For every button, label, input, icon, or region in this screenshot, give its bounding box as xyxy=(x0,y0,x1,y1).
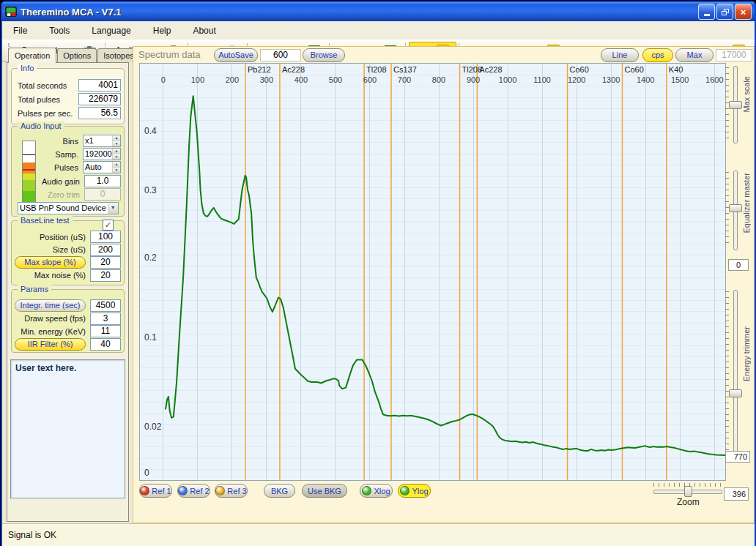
draw-speed-fps-value[interactable]: 3 xyxy=(90,313,121,325)
ref-2-button[interactable]: Ref 2 xyxy=(177,484,210,498)
autosave-interval-input[interactable]: 600 xyxy=(260,49,301,61)
left-panel: OperationOptionsIsotopes Info Total seco… xyxy=(7,46,129,522)
pulses-label: Pulses xyxy=(37,163,83,172)
ref-1-button[interactable]: Ref 1 xyxy=(139,484,172,498)
browse-button[interactable]: Browse xyxy=(303,48,345,62)
ref-1-label: Ref 1 xyxy=(152,487,171,495)
status-text: Signal is OK xyxy=(8,530,56,540)
spinner-icon[interactable]: ▲▼ xyxy=(112,135,120,146)
max-button[interactable]: Max xyxy=(675,48,714,62)
audio-gain-field[interactable]: 1.0 xyxy=(84,175,121,187)
tab-options[interactable]: Options xyxy=(57,48,97,62)
ref-3-label: Ref 3 xyxy=(227,487,246,495)
svg-text:500: 500 xyxy=(329,75,342,84)
svg-text:Pb212: Pb212 xyxy=(248,65,271,74)
spinner-icon[interactable]: ▲▼ xyxy=(112,149,120,160)
position-us-label: Position (uS) xyxy=(15,233,90,242)
svg-text:800: 800 xyxy=(432,75,445,84)
line-button[interactable]: Line xyxy=(601,48,639,62)
svg-text:200: 200 xyxy=(226,75,239,84)
ref-3-button[interactable]: Ref 3 xyxy=(215,484,248,498)
baseline-test-group: BaseLine test ✓ Position (uS)100Size (uS… xyxy=(11,220,125,285)
min-energy-kev-label: Min. energy (KeV) xyxy=(15,327,90,336)
svg-text:1600: 1600 xyxy=(705,75,723,84)
restore-button[interactable] xyxy=(716,4,733,20)
max-scale-value-input[interactable]: 17000 xyxy=(716,49,752,61)
minimize-button[interactable] xyxy=(698,4,715,20)
energy-trimmer-slider[interactable] xyxy=(733,290,738,455)
operation-tab-content: Info Total seconds4001Total pulses226079… xyxy=(7,62,129,522)
bins-select[interactable]: x1▲▼ xyxy=(83,135,121,147)
cps-button[interactable]: cps xyxy=(642,48,673,62)
menu-item-file[interactable]: File xyxy=(2,23,38,39)
use-bkg-button[interactable]: Use BKG xyxy=(302,484,347,498)
menu-item-help[interactable]: Help xyxy=(142,23,182,39)
params-group: Params Integr. time (sec)4500Draw speed … xyxy=(11,289,125,353)
svg-text:400: 400 xyxy=(294,75,308,84)
audio-input-group: Audio Input Bins x1▲▼ Samp. 192000▲▼ Pul… xyxy=(11,126,125,217)
integr-time-sec-button[interactable]: Integr. time (sec) xyxy=(15,299,86,312)
spinner-icon[interactable]: ▲▼ xyxy=(112,162,120,173)
iir-filter-button[interactable]: IIR Filter (%) xyxy=(15,338,86,351)
menu-item-language[interactable]: Language xyxy=(81,23,141,39)
close-button[interactable]: × xyxy=(735,4,752,20)
zero-trim-field: 0 xyxy=(84,188,121,201)
menu-item-tools[interactable]: Tools xyxy=(38,23,81,39)
zoom-thumb[interactable] xyxy=(684,486,692,497)
menu-item-about[interactable]: About xyxy=(182,23,226,39)
ball-icon xyxy=(362,486,371,495)
iir-filter-value[interactable]: 40 xyxy=(90,338,121,351)
dropdown-arrow-icon[interactable]: ▼ xyxy=(108,203,118,214)
pulses-select[interactable]: Auto▲▼ xyxy=(83,161,121,173)
info-label-total-pulses: Total pulses xyxy=(15,95,78,104)
status-bar: Signal is OK xyxy=(2,523,755,546)
xlog-button[interactable]: Xlog xyxy=(360,484,393,498)
spectrum-chart[interactable]: 0100200300400500600700800900100011001200… xyxy=(139,63,726,481)
samp-select[interactable]: 192000▲▼ xyxy=(83,148,121,160)
max-slope-button[interactable]: Max slope (%) xyxy=(15,256,86,269)
baseline-test-title: BaseLine test xyxy=(18,216,73,225)
zoom-value: 396 xyxy=(724,487,749,501)
bins-label: Bins xyxy=(37,137,83,146)
svg-text:Cs137: Cs137 xyxy=(393,65,417,74)
zoom-label: Zoom xyxy=(677,497,700,507)
tab-strip: OperationOptionsIsotopes xyxy=(8,46,141,62)
min-energy-kev-value[interactable]: 11 xyxy=(90,325,121,337)
baseline-test-checkbox[interactable]: ✓ xyxy=(103,220,114,231)
equalizer-master-thumb[interactable] xyxy=(729,204,742,212)
ball-icon xyxy=(178,486,188,495)
autosave-button[interactable]: AutoSave xyxy=(214,48,258,62)
svg-text:K40: K40 xyxy=(669,65,683,74)
integr-time-sec-value[interactable]: 4500 xyxy=(90,299,121,312)
bkg-label: BKG xyxy=(271,487,288,495)
audio-device-select[interactable]: USB PnP Sound Device ▼ xyxy=(18,202,119,214)
max-scale-thumb[interactable] xyxy=(729,101,742,109)
ylog-label: Ylog xyxy=(412,487,428,495)
bkg-button[interactable]: BKG xyxy=(264,484,295,498)
screen: Theremino MCA - V7.1 × FileToolsLanguage… xyxy=(0,0,756,546)
ball-icon xyxy=(400,486,410,495)
ylog-button[interactable]: Ylog xyxy=(398,484,431,498)
audio-input-group-title: Audio Input xyxy=(18,121,64,130)
max-noise-value[interactable]: 20 xyxy=(90,269,121,282)
energy-trimmer-label: Energy trimmer xyxy=(742,326,751,381)
size-us-label: Size (uS) xyxy=(15,245,90,254)
info-value-total-seconds: 4001 xyxy=(78,79,121,91)
equalizer-master-label: Equalizer master xyxy=(742,173,751,233)
xlog-label: Xlog xyxy=(374,487,390,495)
info-group-title: Info xyxy=(18,64,37,72)
svg-text:0: 0 xyxy=(144,468,149,478)
size-us-value[interactable]: 200 xyxy=(90,244,121,256)
menu-bar: FileToolsLanguageHelpAbout xyxy=(2,21,755,40)
max-slope-value[interactable]: 20 xyxy=(90,256,121,269)
svg-text:1000: 1000 xyxy=(499,75,516,84)
user-text-area[interactable]: User text here. xyxy=(10,359,125,498)
tab-operation[interactable]: Operation xyxy=(8,48,56,63)
energy-trimmer-thumb[interactable] xyxy=(729,389,742,397)
max-scale-label: Max scale xyxy=(742,76,751,113)
svg-text:Ac228: Ac228 xyxy=(282,65,305,74)
info-group: Info Total seconds4001Total pulses226079… xyxy=(11,68,125,124)
svg-text:Co60: Co60 xyxy=(624,65,643,74)
position-us-value[interactable]: 100 xyxy=(90,231,121,243)
info-value-total-pulses: 226079 xyxy=(78,93,121,105)
